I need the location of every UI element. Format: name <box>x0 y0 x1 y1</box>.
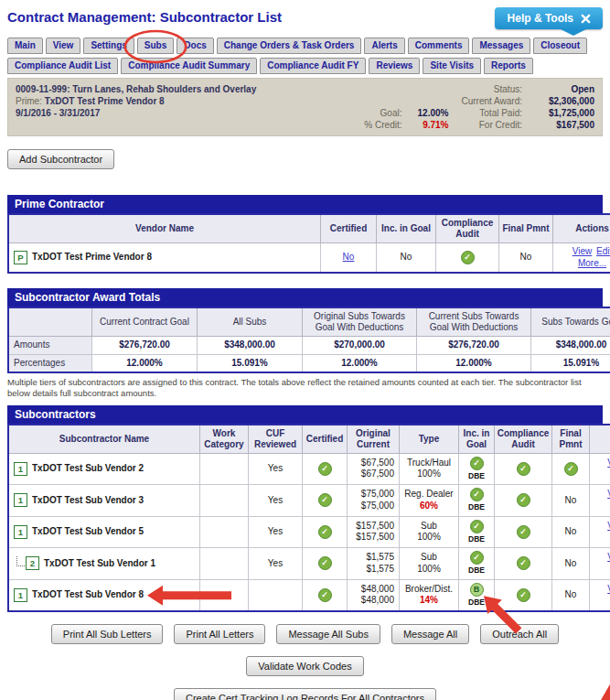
type-cell: Broker/Dist.14% <box>400 579 459 611</box>
tier-badge: 1 <box>14 588 27 602</box>
stats-left: Goal:12.00%% Credit:9.71% <box>364 107 448 131</box>
message-all-button[interactable]: Message All <box>391 624 469 644</box>
certified-link[interactable]: No <box>343 252 355 262</box>
tab-main[interactable]: Main <box>7 38 43 54</box>
original-current-cell: $75,000$75,000 <box>348 485 400 517</box>
print-all-letters-button[interactable]: Print All Letters <box>174 624 265 644</box>
subcontractor-row: 2TxDOT Test Sub Vendor 1 Yes ✓ $1,575$1,… <box>8 548 610 580</box>
prime-contractor-section: Prime Contractor Vendor NameCertifiedInc… <box>7 195 603 274</box>
print-all-sub-letters-button[interactable]: Print All Sub Letters <box>51 624 164 644</box>
final-pmnt-cell: No <box>552 579 590 611</box>
actions-cell: View Edit More... <box>590 453 610 485</box>
dbe-label: DBE <box>468 565 485 575</box>
original-current-cell: $67,500$67,500 <box>348 453 400 485</box>
stats-right: Status:OpenCurrent Award:$2,306,000Total… <box>461 83 594 131</box>
tab-subs[interactable]: Subs <box>137 38 174 54</box>
tab-view[interactable]: View <box>46 38 81 54</box>
final-pmnt-value: No <box>499 243 553 274</box>
compliance-audit-cell: ✓ <box>495 485 552 517</box>
tab-reports[interactable]: Reports <box>484 58 533 74</box>
green-check-icon: ✓ <box>517 525 530 539</box>
help-tools-label: Help & Tools <box>508 12 573 25</box>
actions-cell: View Edit More... <box>590 516 610 548</box>
column-header-subcontractor-name: Subcontractor Name <box>8 425 200 454</box>
tab-change-orders-task-orders[interactable]: Change Orders & Task Orders <box>217 38 362 54</box>
type-cell: Sub100% <box>400 548 459 580</box>
prime-vendor: TxDOT Test Prime Vendor 8 <box>45 96 165 106</box>
tab-compliance-audit-list[interactable]: Compliance Audit List <box>7 58 118 74</box>
tab-settings[interactable]: Settings <box>83 38 134 54</box>
award-totals-header: Subcontractor Award Totals <box>7 288 603 307</box>
prime-vendor-name: TxDOT Test Prime Vendor 8 <box>32 252 152 262</box>
green-check-icon: ✓ <box>517 588 530 602</box>
compliance-audit-cell: ✓ <box>495 548 552 580</box>
help-tools-button[interactable]: Help & Tools <box>495 7 603 29</box>
subcontractors-tbody: 1TxDOT Test Sub Vendor 2 Yes ✓ $67,500$6… <box>8 453 610 611</box>
award-row-label: Percentages <box>8 354 92 372</box>
outreach-all-button[interactable]: Outreach All <box>480 624 559 644</box>
subcontractors-header: Subcontractors <box>7 405 603 424</box>
stat-credit: % Credit:9.71% <box>364 119 448 131</box>
green-check-icon: ✓ <box>470 457 484 470</box>
green-check-icon: ✓ <box>470 551 484 565</box>
create-cert-tracking-log-records-for-all-contractors-button[interactable]: Create Cert Tracking Log Records For All… <box>174 688 436 700</box>
certified-cell: ✓ <box>303 516 348 548</box>
actions-cell: View Edit More... <box>590 579 610 611</box>
tab-compliance-audit-fy[interactable]: Compliance Audit FY <box>260 58 366 74</box>
tab-messages[interactable]: Messages <box>472 38 530 54</box>
dbe-label: DBE <box>468 471 485 480</box>
work-category-cell <box>200 485 249 517</box>
subcontractor-row: 1TxDOT Test Sub Vendor 3 Yes ✓ $75,000$7… <box>8 485 610 517</box>
original-current-cell: $157,500$157,500 <box>348 516 400 548</box>
column-header-type: Type <box>400 425 459 454</box>
award-value: 12.000% <box>303 354 417 372</box>
original-current-cell: $48,000$48,000 <box>348 579 400 611</box>
green-check-icon: ✓ <box>470 488 484 501</box>
award-value: $276,720.00 <box>92 337 198 355</box>
award-totals-table: Current Contract GoalAll SubsOriginal Su… <box>7 307 610 373</box>
type-cell: Truck/Haul100% <box>400 453 459 485</box>
stat-for-credit: For Credit:$167,500 <box>461 119 594 131</box>
tab-compliance-audit-summary[interactable]: Compliance Audit Summary <box>121 58 257 74</box>
prime-line: Prime: TxDOT Test Prime Vendor 8 <box>16 95 256 107</box>
tab-docs[interactable]: Docs <box>177 38 213 54</box>
tier-badge: 1 <box>14 525 27 539</box>
tab-site-visits[interactable]: Site Visits <box>423 58 481 74</box>
action-more-link[interactable]: More... <box>578 258 606 268</box>
certified-cell: ✓ <box>303 485 348 517</box>
tab-row-2: Compliance Audit ListCompliance Audit Su… <box>7 56 603 74</box>
subs-header-row: Subcontractor NameWork CategoryCUF Revie… <box>8 425 610 454</box>
certified-cell: ✓ <box>303 453 348 485</box>
column-header-inc-in-goal: Inc. in Goal <box>377 214 436 243</box>
add-subcontractor-button[interactable]: Add Subcontractor <box>7 149 114 169</box>
prime-actions: View Edit More... <box>553 243 610 274</box>
page: Contract Management: Subcontractor List … <box>0 0 610 700</box>
subcontractor-row: 1TxDOT Test Sub Vendor 2 Yes ✓ $67,500$6… <box>8 453 610 485</box>
green-check-icon: ✓ <box>517 462 530 476</box>
cuf-reviewed-cell: Yes <box>249 516 303 548</box>
award-value: $270,000.00 <box>303 337 417 355</box>
green-check-icon: ✓ <box>470 520 484 533</box>
compliance-audit-cell: ✓ <box>495 516 552 548</box>
message-all-subs-button[interactable]: Message All Subs <box>276 624 380 644</box>
prime-contractor-row: PTxDOT Test Prime Vendor 8 No No ✓ No Vi… <box>8 243 610 274</box>
contract-info-bar: 0009-11-999: Turn Lanes, Rehab Shoulders… <box>7 78 603 136</box>
validate-work-codes-button[interactable]: Validate Work Codes <box>246 656 363 676</box>
tab-reviews[interactable]: Reviews <box>369 58 420 74</box>
type-cell: Reg. Dealer60% <box>400 485 459 517</box>
green-check-icon: ✓ <box>318 525 332 539</box>
inc-in-goal-cell: ✓DBE <box>459 453 495 485</box>
tab-alerts[interactable]: Alerts <box>364 38 404 54</box>
column-header-certified: Certified <box>303 425 348 454</box>
tab-closeout[interactable]: Closeout <box>533 38 587 54</box>
action-view-link[interactable]: View <box>573 246 593 256</box>
tab-comments[interactable]: Comments <box>408 38 470 54</box>
inc-in-goal-value: No <box>377 243 436 274</box>
subcontractor-name: TxDOT Test Sub Vendor 2 <box>32 463 144 473</box>
award-value: $276,720.00 <box>417 337 531 355</box>
work-category-cell <box>200 548 249 580</box>
column-header-compliance-audit: Compliance Audit <box>495 425 552 454</box>
action-edit-link[interactable]: Edit <box>596 246 610 256</box>
compliance-audit-cell: ✓ <box>495 453 552 485</box>
certified-cell: ✓ <box>303 579 348 611</box>
